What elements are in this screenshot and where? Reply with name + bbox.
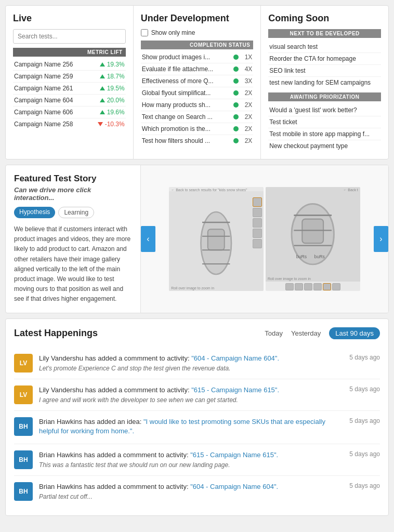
snowshoe-image-1: ← Back to search results for "kids snow … [169, 187, 264, 291]
dev-item-right: 4X [233, 65, 252, 73]
awaiting-item[interactable]: Would a 'guest list' work better? [268, 104, 381, 116]
avatar: BH [14, 450, 33, 469]
time-filters: Today Yesterday Last 90 days [265, 327, 380, 339]
happening-item: BH Brian Hawkins has added a commment to… [14, 444, 380, 476]
happening-link[interactable]: "604 - Campaign Name 604". [191, 354, 279, 362]
dev-row[interactable]: Evaluate if file attachme... 4X [141, 63, 254, 75]
arrow-up-icon [100, 110, 105, 114]
happening-link[interactable]: "604 - Campaign Name 604". [190, 483, 278, 490]
avatar: LV [14, 354, 33, 373]
happening-note: Partial text cut off... [39, 493, 332, 500]
dev-item-count: 1X [242, 54, 252, 61]
dev-item-right: 2X [233, 101, 252, 109]
thumb-1-2[interactable] [253, 208, 262, 217]
thumb-1-3[interactable] [253, 218, 262, 228]
thumb-2-6[interactable] [332, 283, 340, 290]
happening-main-text: Lily Vandershu has added a commment to a… [39, 354, 332, 363]
campaign-name: Campaign Name 606 [14, 109, 73, 116]
completion-dot [233, 66, 239, 72]
show-mine-label: Show only mine [151, 29, 195, 36]
dev-row[interactable]: Test how filters should ... 2X [141, 135, 254, 147]
happening-content: Brian Hawkins has added an idea: "I woul… [39, 417, 332, 437]
happening-link[interactable]: "615 - Campaign Name 615". [191, 386, 279, 394]
filter-today[interactable]: Today [265, 329, 283, 337]
live-row[interactable]: Campaign Name 606 19.6% [13, 107, 126, 118]
dev-item-name: Text change on Search ... [142, 113, 230, 121]
happening-content: Brian Hawkins has added a commment to ac… [39, 482, 332, 500]
happening-item: BH Brian Hawkins has added an idea: "I w… [14, 411, 380, 444]
arrow-up-icon [100, 62, 105, 66]
dev-row[interactable]: Effectiveness of more Q... 3X [141, 75, 254, 87]
thumb-2-5[interactable] [323, 283, 331, 290]
soon-item[interactable]: visual search test [268, 41, 381, 53]
snowshoe-svg-1 [178, 202, 254, 285]
awaiting-items: Would a 'guest list' work better?Test ti… [268, 104, 381, 152]
happening-main-text: Brian Hawkins has added a commment to ac… [39, 482, 332, 491]
thumb-2-3[interactable] [304, 283, 312, 290]
svg-rect-1 [208, 229, 225, 250]
dev-item-right: 2X [233, 113, 252, 121]
metric-lift-header: METRIC LIFT [13, 48, 126, 57]
awaiting-item[interactable]: New checkout payment type [268, 140, 381, 152]
featured-left: Featured Test Story Can we drive more cl… [6, 165, 141, 313]
dev-row[interactable]: How many products sh... 2X [141, 99, 254, 111]
happening-main-text: Brian Hawkins has added an idea: "I woul… [39, 417, 332, 436]
awaiting-item[interactable]: Test ticket [268, 116, 381, 128]
dev-item-right: 2X [233, 137, 252, 144]
campaign-name: Campaign Name 259 [14, 73, 73, 80]
avatar: LV [14, 385, 33, 404]
dev-row[interactable]: Which promotion is the... 2X [141, 123, 254, 135]
dev-items-list: Show product images i... 1X Evaluate if … [141, 51, 254, 147]
dev-row[interactable]: Text change on Search ... 2X [141, 111, 254, 123]
awaiting-item[interactable]: Test mobile in store app mapping f... [268, 128, 381, 140]
search-input[interactable] [13, 29, 126, 44]
tag-hypothesis[interactable]: Hypothesis [14, 207, 55, 218]
happening-note: I agree and will work with the developer… [39, 396, 332, 404]
thumb-1-5[interactable] [253, 239, 262, 248]
thumb-2-4[interactable] [313, 283, 322, 290]
featured-description: We believe that if customers interact wi… [14, 224, 132, 304]
svg-rect-7 [303, 219, 324, 244]
completion-dot [233, 102, 239, 108]
soon-item[interactable]: SEO link test [268, 65, 381, 77]
arrow-up-icon [100, 86, 105, 90]
tag-learning[interactable]: Learning [58, 207, 94, 218]
filter-90days[interactable]: Last 90 days [329, 327, 380, 339]
carousel-next-button[interactable]: › [374, 226, 388, 252]
live-row[interactable]: Campaign Name 261 19.5% [13, 83, 126, 95]
happenings-header: Latest Happenings Today Yesterday Last 9… [14, 327, 380, 339]
campaign-metric: 18.7% [100, 73, 125, 80]
dev-item-count: 3X [242, 77, 252, 85]
live-row[interactable]: Campaign Name 259 18.7% [13, 71, 126, 83]
soon-item[interactable]: test new landing for SEM campaigns [268, 77, 381, 88]
happening-main-text: Brian Hawkins has added a commment to ac… [39, 450, 332, 460]
thumb-2-2[interactable] [295, 283, 303, 290]
show-mine-row: Show only mine [141, 29, 254, 36]
happening-note: This was a fantastic test that we should… [39, 461, 332, 469]
show-mine-checkbox[interactable] [141, 29, 148, 36]
live-row[interactable]: Campaign Name 258 -10.3% [13, 118, 126, 130]
featured-tags: Hypothesis Learning [14, 207, 132, 218]
thumb-1-4[interactable] [253, 229, 262, 238]
live-row[interactable]: Campaign Name 604 20.0% [13, 95, 126, 107]
dev-row[interactable]: Show product images i... 1X [141, 51, 254, 63]
carousel-prev-button[interactable]: ‹ [141, 226, 155, 252]
featured-carousel: ‹ ← Back to search results for "kids sno… [141, 165, 388, 313]
live-campaigns-list: Campaign Name 256 19.3% Campaign Name 25… [13, 59, 126, 130]
happening-link[interactable]: "615 - Campaign Name 615". [190, 451, 278, 459]
campaign-name: Campaign Name 256 [14, 61, 73, 68]
filter-yesterday[interactable]: Yesterday [291, 329, 321, 337]
dev-row[interactable]: Global flyout simplificat... 2X [141, 87, 254, 99]
live-row[interactable]: Campaign Name 256 19.3% [13, 59, 126, 71]
soon-item[interactable]: Reorder the CTA for homepage [268, 53, 381, 65]
thumb-1-1[interactable] [253, 197, 262, 207]
awaiting-badge: AWAITING PRIORIZATION [268, 92, 381, 101]
happening-link[interactable]: "I would like to test promoting some SKU… [39, 418, 325, 435]
campaign-metric: 20.0% [100, 97, 125, 104]
dev-item-count: 2X [242, 125, 252, 132]
thumb-2-1[interactable] [285, 283, 294, 290]
campaign-metric: 19.6% [100, 109, 125, 116]
dev-item-name: Evaluate if file attachme... [142, 65, 230, 73]
back-label-2: ← Back t [343, 188, 358, 192]
snowshoe-image-2: ← Back t buRs buRs [266, 187, 360, 291]
